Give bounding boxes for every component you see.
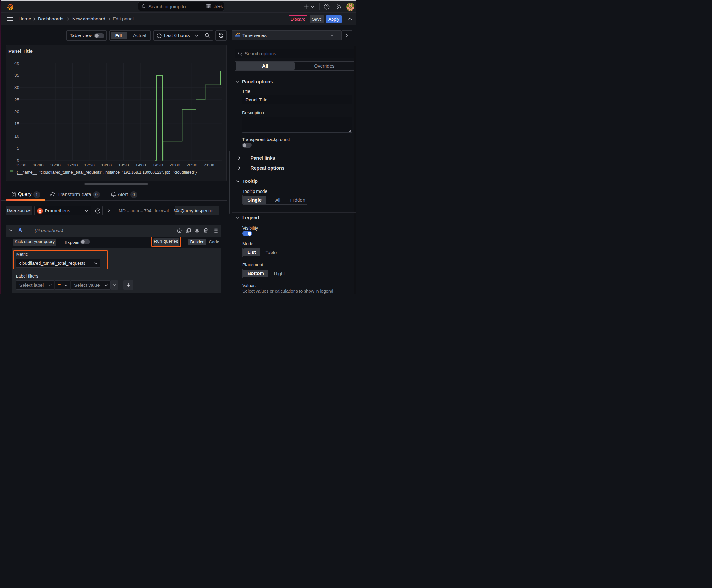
- svg-text:18:00: 18:00: [101, 163, 112, 167]
- svg-text:16:00: 16:00: [33, 163, 44, 167]
- svg-text:15: 15: [15, 122, 19, 126]
- svg-text:21:00: 21:00: [204, 163, 214, 167]
- svg-text:20:00: 20:00: [170, 163, 180, 167]
- svg-text:20:30: 20:30: [187, 163, 197, 167]
- svg-text:19:00: 19:00: [135, 163, 146, 167]
- svg-text:17:00: 17:00: [67, 163, 78, 167]
- svg-text:30: 30: [15, 85, 19, 90]
- svg-text:{__name__="cloudflared_tunnel_: {__name__="cloudflared_tunnel_total_requ…: [17, 170, 197, 175]
- svg-text:18:30: 18:30: [118, 163, 129, 167]
- svg-text:15:30: 15:30: [16, 163, 26, 167]
- svg-text:40: 40: [15, 61, 19, 66]
- svg-text:0: 0: [17, 158, 19, 163]
- svg-text:16:30: 16:30: [50, 163, 61, 167]
- svg-text:20: 20: [15, 109, 19, 114]
- svg-text:25: 25: [15, 97, 19, 102]
- svg-text:10: 10: [15, 134, 19, 139]
- svg-text:35: 35: [15, 73, 19, 78]
- svg-text:17:30: 17:30: [84, 163, 95, 167]
- svg-text:5: 5: [17, 146, 19, 150]
- svg-text:19:30: 19:30: [153, 163, 163, 167]
